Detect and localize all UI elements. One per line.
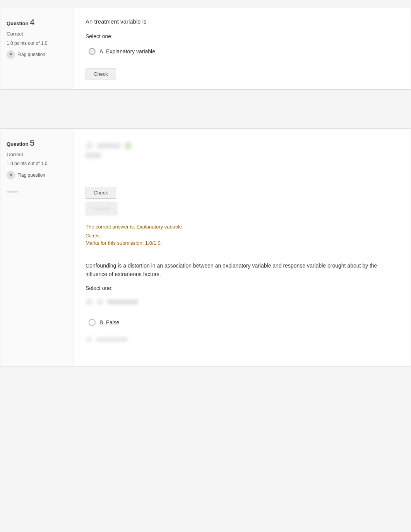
question-4-block: Question 4 Correct 1.0 points out of 1.0… <box>0 8 411 90</box>
blurred-circle-bottom-3 <box>86 336 92 343</box>
blurred-line-bottom-1 <box>107 299 138 305</box>
blurred-answer-row-top <box>86 298 399 305</box>
question-5-status: Correct <box>7 151 67 159</box>
flag-icon-4: ⚑ <box>7 50 15 59</box>
spacer-between-questions <box>0 97 411 128</box>
question-4-points: 1.0 points out of 1.0 <box>7 40 67 47</box>
marks-text-5: Marks for this submission: 1.0/1.0. <box>86 239 399 247</box>
question-5-block: Question 5 Correct 1.0 points out of 1.0… <box>0 128 411 367</box>
question-4-content: An treatment variable is Select one: A. … <box>74 8 411 89</box>
blurred-circle-bottom-2 <box>96 298 103 305</box>
blurred-line-bottom-2 <box>96 337 127 342</box>
question-5-select-label: Select one: <box>86 284 399 292</box>
radio-option-a[interactable] <box>89 48 96 55</box>
flag-label-5: Flag question <box>17 172 45 179</box>
correct-label-5: Correct <box>86 232 399 239</box>
question-5-sidebar: Question 5 Correct 1.0 points out of 1.0… <box>0 129 74 366</box>
question-label-text: Question <box>7 20 28 26</box>
flag-label-4: Flag question <box>17 51 45 58</box>
question-5-points: 1.0 points out of 1.0 <box>7 160 67 167</box>
confounding-question-text: Confounding is a distortion in an associ… <box>86 261 399 279</box>
question-4-sidebar: Question 4 Correct 1.0 points out of 1.0… <box>0 8 74 89</box>
correct-answer-info-5: The correct answer is: Explanatory varia… <box>86 223 399 247</box>
question-5-blurred-top <box>86 138 399 177</box>
blurred-line-1 <box>97 143 120 148</box>
bottom-blurred-area: B. False <box>86 298 399 357</box>
question5-label-text: Question <box>7 141 28 147</box>
check-button-4[interactable]: Check <box>86 68 116 80</box>
sidebar-dash <box>7 191 18 193</box>
radio-option-b[interactable] <box>89 319 96 326</box>
blurred-answer-row-bottom <box>86 336 399 343</box>
option-b-text: B. False <box>99 319 119 327</box>
blurred-circle-2 <box>124 142 132 150</box>
question-4-select-label: Select one: <box>86 32 399 41</box>
submit-button-5-blurred: Submit <box>86 202 117 216</box>
question-5-content: Check Submit The correct answer is: Expl… <box>74 129 411 366</box>
correct-answer-text-5: The correct answer is: Explanatory varia… <box>86 223 399 231</box>
question5-number: 5 <box>30 138 34 148</box>
question-4-label: Question 4 <box>7 16 67 29</box>
question-4-text: An treatment variable is <box>86 17 399 26</box>
question-5-option-b[interactable]: B. False <box>86 316 399 329</box>
inner-spacer <box>86 250 399 261</box>
blurred-circle-bottom-1 <box>86 298 92 305</box>
option-a-text: A. Explanatory variable <box>99 48 155 56</box>
flag-question-4[interactable]: ⚑ Flag question <box>7 50 67 59</box>
question-4-option-a[interactable]: A. Explanatory variable <box>86 45 399 58</box>
question-number: 4 <box>30 17 34 27</box>
question-4-status: Correct <box>7 30 67 38</box>
blurred-circle-1 <box>86 142 93 150</box>
question-5-label: Question 5 <box>7 136 67 149</box>
flag-icon-5: ⚑ <box>7 171 15 179</box>
check-button-5[interactable]: Check <box>86 187 116 199</box>
flag-question-5[interactable]: ⚑ Flag question <box>7 171 67 179</box>
